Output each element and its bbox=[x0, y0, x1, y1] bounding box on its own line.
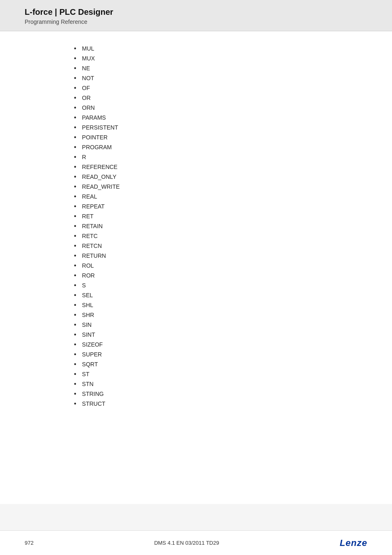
list-item: PARAMS bbox=[74, 113, 367, 123]
list-item: STRING bbox=[74, 389, 367, 399]
list-item: MUX bbox=[74, 53, 367, 63]
list-item: RETURN bbox=[74, 251, 367, 261]
doc-reference: DMS 4.1 EN 03/2011 TD29 bbox=[154, 540, 219, 546]
app-title: L-force | PLC Designer bbox=[25, 7, 367, 17]
list-item: RETCN bbox=[74, 241, 367, 251]
company-logo: Lenze bbox=[340, 538, 367, 548]
list-item: PROGRAM bbox=[74, 142, 367, 152]
list-item: OR bbox=[74, 93, 367, 103]
list-item: STRUCT bbox=[74, 399, 367, 409]
list-item: S bbox=[74, 280, 367, 290]
list-item: MUL bbox=[74, 44, 367, 53]
list-item: SQRT bbox=[74, 359, 367, 369]
page-footer: 972 DMS 4.1 EN 03/2011 TD29 Lenze bbox=[0, 530, 392, 555]
list-item: RETAIN bbox=[74, 221, 367, 231]
list-item: SIN bbox=[74, 320, 367, 330]
list-item: READ_ONLY bbox=[74, 172, 367, 182]
list-item: ROL bbox=[74, 261, 367, 271]
list-item: REPEAT bbox=[74, 201, 367, 211]
list-item: OF bbox=[74, 83, 367, 93]
list-item: NOT bbox=[74, 73, 367, 83]
list-item: ST bbox=[74, 369, 367, 379]
list-item: SIZEOF bbox=[74, 340, 367, 349]
list-item: SEL bbox=[74, 290, 367, 300]
list-item: STN bbox=[74, 379, 367, 389]
list-item: PERSISTENT bbox=[74, 123, 367, 132]
page-subtitle: Programming Reference bbox=[25, 18, 367, 25]
list-item: NE bbox=[74, 63, 367, 73]
list-item: ROR bbox=[74, 271, 367, 280]
list-item: REFERENCE bbox=[74, 162, 367, 172]
list-item: SHR bbox=[74, 310, 367, 320]
list-item: REAL bbox=[74, 192, 367, 201]
list-item: SHL bbox=[74, 300, 367, 310]
page-header: L-force | PLC Designer Programming Refer… bbox=[0, 0, 392, 31]
list-item: POINTER bbox=[74, 132, 367, 142]
list-item: RETC bbox=[74, 231, 367, 241]
list-item: RET bbox=[74, 211, 367, 221]
list-item: SINT bbox=[74, 330, 367, 340]
list-item: R bbox=[74, 152, 367, 162]
keyword-list: MULMUXNENOTOFORORNPARAMSPERSISTENTPOINTE… bbox=[25, 44, 367, 409]
main-content: MULMUXNENOTOFORORNPARAMSPERSISTENTPOINTE… bbox=[0, 31, 392, 504]
list-item: SUPER bbox=[74, 349, 367, 359]
page-number: 972 bbox=[25, 540, 34, 546]
list-item: ORN bbox=[74, 103, 367, 113]
list-item: READ_WRITE bbox=[74, 182, 367, 192]
